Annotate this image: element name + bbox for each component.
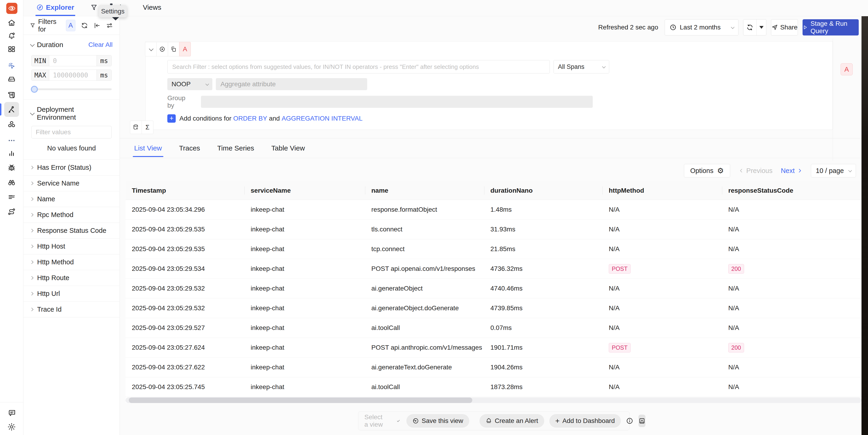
- sidebar-item-exceptions[interactable]: [6, 163, 17, 173]
- query-chip-a[interactable]: A: [66, 20, 75, 31]
- filter-section-http-url[interactable]: Http Url: [24, 286, 120, 302]
- duration-min-input[interactable]: [49, 56, 97, 66]
- table-row[interactable]: 2025-09-04 23:05:29.527inkeep-chatai.too…: [126, 318, 862, 338]
- funnel-icon: [91, 4, 97, 11]
- sync-filters-button[interactable]: [81, 22, 88, 29]
- duration-title[interactable]: Duration: [37, 41, 63, 49]
- sidebar-item-alerts[interactable]: [6, 31, 17, 41]
- cell-name: response.formatObject: [365, 206, 484, 213]
- sidebar-item-services[interactable]: [6, 61, 17, 71]
- table-row[interactable]: 2025-09-04 23:05:27.624inkeep-chatPOST a…: [126, 338, 862, 358]
- refresh-options-button[interactable]: [756, 20, 766, 35]
- views-tab-icon-peek: [110, 3, 113, 5]
- sidebar-item-integrations[interactable]: [6, 207, 17, 217]
- chevron-down-icon: [149, 46, 154, 51]
- sidebar-item-logs[interactable]: [6, 90, 17, 100]
- cell-name: tcp.connect: [365, 245, 484, 253]
- tab-explorer[interactable]: Explorer: [35, 0, 75, 16]
- refresh-icon: [746, 24, 753, 31]
- export-panel-button[interactable]: [639, 414, 645, 427]
- chevron-down-icon[interactable]: [30, 42, 35, 47]
- query-label-badge-right[interactable]: A: [841, 63, 853, 75]
- filter-settings-button[interactable]: [106, 22, 113, 29]
- sidebar-item-home[interactable]: [6, 18, 17, 28]
- add-formula-button[interactable]: Σ: [142, 121, 153, 134]
- filter-section-service-name[interactable]: Service Name: [24, 175, 120, 191]
- table-row[interactable]: 2025-09-04 23:05:29.532inkeep-chatai.gen…: [126, 279, 862, 298]
- add-to-dashboard-button[interactable]: + Add to Dashboard: [549, 414, 621, 428]
- table-row[interactable]: 2025-09-04 23:05:27.622inkeep-chatai.gen…: [126, 358, 862, 377]
- page-size-select[interactable]: 10 / page: [811, 164, 856, 177]
- filters-panel: Filters for A: [24, 16, 120, 435]
- deployment-filter-input[interactable]: [31, 126, 112, 138]
- table-row[interactable]: 2025-09-04 23:05:29.535inkeep-chattls.co…: [126, 220, 862, 239]
- filter-section-trace-id[interactable]: Trace Id: [24, 302, 120, 317]
- tab-views[interactable]: Views: [142, 0, 162, 16]
- refresh-button[interactable]: [743, 20, 756, 35]
- view-tab-time-series[interactable]: Time Series: [217, 138, 254, 158]
- signoz-logo[interactable]: [6, 3, 18, 14]
- cell-timestamp: 2025-09-04 23:05:29.534: [126, 265, 244, 272]
- copy-query-button[interactable]: [168, 42, 179, 56]
- save-view-button[interactable]: Save this view: [406, 414, 469, 428]
- order-by-link[interactable]: ORDER BY: [233, 115, 267, 122]
- filter-section-rpc-method[interactable]: Rpc Method: [24, 207, 120, 223]
- sidebar-item-infrastructure[interactable]: [6, 74, 17, 84]
- table-row[interactable]: 2025-09-04 23:05:29.534inkeep-chatPOST a…: [126, 259, 862, 279]
- collapse-filters-button[interactable]: [94, 22, 100, 29]
- filter-section-name[interactable]: Name: [24, 191, 120, 207]
- aggregation-interval-link[interactable]: AGGREGATION INTERVAL: [281, 115, 363, 122]
- collapse-query-button[interactable]: [145, 42, 157, 56]
- options-button[interactable]: Options ⚙: [684, 164, 730, 177]
- server-icon: [7, 75, 16, 83]
- bell-icon: [8, 32, 16, 40]
- table-row[interactable]: 2025-09-04 23:05:25.745inkeep-chatai.too…: [126, 377, 862, 397]
- sidebar-item-dashboards[interactable]: [6, 44, 17, 54]
- filter-section-http-method[interactable]: Http Method: [24, 255, 120, 270]
- add-conditions-button[interactable]: +: [167, 114, 176, 123]
- query-label-badge[interactable]: A: [179, 42, 191, 56]
- clear-all-link[interactable]: Clear All: [88, 41, 113, 48]
- table-row[interactable]: 2025-09-04 23:05:29.532inkeep-chatai.gen…: [126, 298, 862, 318]
- refresh-split-button: [743, 19, 766, 35]
- sidebar-item-more[interactable]: [6, 135, 17, 146]
- scrollbar-thumb[interactable]: [129, 397, 472, 403]
- search-filter-input[interactable]: [167, 60, 550, 73]
- span-scope-select[interactable]: All Spans: [554, 60, 609, 73]
- time-range-select[interactable]: Last 2 months: [665, 19, 739, 35]
- duration-max-input[interactable]: [49, 70, 97, 80]
- sidebar-item-settings[interactable]: [6, 422, 17, 432]
- target-eye-icon: [159, 46, 165, 53]
- sidebar-item-explore[interactable]: [6, 177, 17, 188]
- page-size-value: 10 / page: [816, 167, 844, 175]
- create-alert-button[interactable]: Create an Alert: [479, 414, 544, 428]
- slider-track[interactable]: [31, 88, 112, 90]
- view-tab-table-view[interactable]: Table View: [271, 138, 305, 158]
- filter-section-response-status-code[interactable]: Response Status Code: [24, 223, 120, 239]
- sidebar-item-logs-pipelines[interactable]: [6, 192, 17, 202]
- add-query-button[interactable]: [130, 121, 142, 134]
- filter-section-http-host[interactable]: Http Host: [24, 239, 120, 255]
- table-row[interactable]: 2025-09-04 23:05:34.296inkeep-chatrespon…: [126, 200, 862, 220]
- select-view-dropdown[interactable]: Select a view: [364, 413, 401, 428]
- view-tab-list-view[interactable]: List View: [134, 138, 162, 158]
- chevron-right-icon: [797, 168, 803, 173]
- sidebar-item-metrics[interactable]: [6, 148, 17, 158]
- stage-run-query-button[interactable]: Stage & Run Query: [803, 19, 859, 35]
- share-button[interactable]: Share: [771, 19, 798, 35]
- sidebar-item-support-chat[interactable]: [6, 408, 17, 418]
- compass-icon: [36, 4, 43, 11]
- info-button[interactable]: [626, 417, 633, 425]
- aggregate-operator-select[interactable]: NOOP: [167, 78, 212, 90]
- next-page-button[interactable]: Next: [781, 167, 803, 175]
- toggle-query-visibility-button[interactable]: [156, 42, 168, 56]
- deployment-environment-title[interactable]: Deployment Environment: [37, 105, 113, 121]
- chevron-down-icon[interactable]: [30, 111, 35, 115]
- view-tab-traces[interactable]: Traces: [179, 138, 200, 158]
- filter-section-http-route[interactable]: Http Route: [24, 270, 120, 286]
- filter-section-has-error-status-[interactable]: Has Error (Status): [24, 160, 120, 175]
- table-row[interactable]: 2025-09-04 23:05:29.535inkeep-chattcp.co…: [126, 239, 862, 259]
- slider-handle[interactable]: [31, 86, 38, 93]
- sidebar-item-messaging-queues[interactable]: [6, 120, 17, 130]
- sidebar-item-traces[interactable]: [6, 104, 17, 114]
